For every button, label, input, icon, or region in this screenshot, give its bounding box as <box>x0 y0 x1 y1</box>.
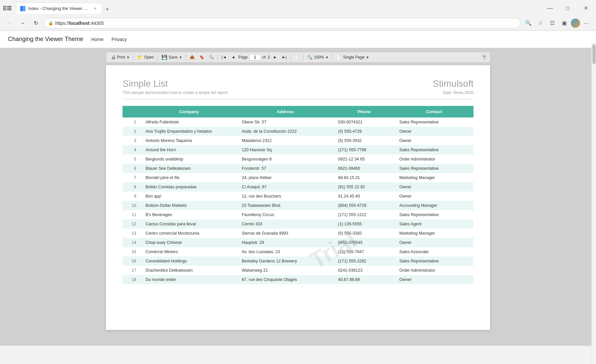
save-caret-icon: ▼ <box>179 56 182 59</box>
table-row: 6 Blauer See Delikatessen Forsterstr. 57… <box>123 164 473 173</box>
prev-page-icon: ◄ <box>231 55 235 60</box>
privacy-link[interactable]: Privacy <box>112 37 127 42</box>
col-contact: Contact <box>395 106 473 117</box>
url-text: https://localhost:44305 <box>55 21 516 26</box>
cell-num: 5 <box>123 155 141 164</box>
print-icon: 🖨 <box>111 55 116 60</box>
maximize-button[interactable]: ◻ <box>560 3 575 13</box>
table-row: 18 Du monde entier 67, rue des Cinquante… <box>123 275 473 284</box>
separator-2 <box>158 54 158 61</box>
page-size-icon: 📄 <box>294 55 299 60</box>
send-to-button[interactable]: 📤 <box>188 54 197 61</box>
cell-contact: Owner <box>395 127 473 136</box>
page-input[interactable] <box>249 54 261 61</box>
cell-num: 9 <box>123 192 141 201</box>
cell-contact: Accounting Manager <box>395 201 473 210</box>
report-brand: Stimulsoft Date: Июнь 2020 <box>433 78 473 95</box>
url-protocol: https:// <box>55 21 69 26</box>
cell-company: Antonio Moreno Taquería <box>141 136 237 145</box>
page-title: Changing the Viewer Theme <box>8 36 83 43</box>
separator-3 <box>186 54 186 61</box>
profile-avatar[interactable] <box>571 19 580 28</box>
find-icon: 🔍 <box>209 55 214 60</box>
print-button[interactable]: 🖨 Print ▼ <box>109 54 132 61</box>
sidebar-icon <box>3 6 12 10</box>
cell-contact: Sales Agent <box>395 219 473 229</box>
favorites-add-button[interactable]: ☆ <box>535 18 546 28</box>
cell-num: 13 <box>123 229 141 238</box>
separator-4 <box>218 54 218 61</box>
scrollbar-thumb[interactable] <box>592 44 596 64</box>
cell-num: 1 <box>123 117 141 127</box>
find-button[interactable]: 🔍 <box>207 54 216 61</box>
svg-rect-1 <box>23 6 25 11</box>
active-tab[interactable]: Index - Changing the Viewer The × <box>16 3 102 14</box>
first-page-button[interactable]: |◄ <box>220 54 228 61</box>
bookmark-button[interactable]: 🔖 <box>197 54 206 61</box>
save-button[interactable]: 💾 Save ▼ <box>160 54 184 61</box>
last-page-button[interactable]: ►| <box>280 54 289 61</box>
cell-phone: (91) 555 22 82 <box>333 182 395 192</box>
cell-company: Around the Horn <box>141 145 237 155</box>
cell-address: C/ Araquil, 67 <box>237 182 333 192</box>
table-row: 8 Bólido Comidas preparadas C/ Araquil, … <box>123 182 473 192</box>
separator-1 <box>133 54 134 61</box>
send-icon: 📤 <box>190 55 195 60</box>
open-button[interactable]: 📁 Open <box>135 54 156 61</box>
cell-address: Av. dos Lusíadas, 23 <box>237 247 333 256</box>
minimize-button[interactable]: — <box>542 3 558 13</box>
search-button[interactable]: 🔍 <box>523 18 534 28</box>
cell-address: Walserweg 21 <box>237 266 333 275</box>
cell-phone: (5) 555-3932 <box>333 136 395 145</box>
first-page-icon: |◄ <box>222 55 226 60</box>
cell-contact: Sales Associate <box>395 247 473 256</box>
refresh-button[interactable]: ↻ <box>30 18 41 28</box>
cell-phone: (604) 555-4729 <box>333 201 395 210</box>
table-row: 4 Around the Horn 120 Hanover Sq. (171) … <box>123 145 473 155</box>
collections-button[interactable]: ▣ <box>559 18 570 28</box>
next-page-button[interactable]: ► <box>271 54 279 61</box>
zoom-button[interactable]: 🔍 100% ▼ <box>305 54 331 61</box>
help-button[interactable]: ? <box>481 54 487 60</box>
url-port: :44305 <box>90 21 104 26</box>
cell-contact: Owner <box>395 275 473 284</box>
close-button[interactable]: ✕ <box>578 3 593 13</box>
view-mode-button[interactable]: 📄 Single Page ▼ <box>334 54 371 61</box>
open-label: Open <box>144 55 154 60</box>
forward-button[interactable]: → <box>17 18 28 28</box>
cell-phone: 0452-076545 <box>333 238 395 247</box>
prev-page-button[interactable]: ◄ <box>229 54 237 61</box>
view-mode-label: Single Page <box>343 55 365 60</box>
cell-company: Chop-suey Chinese <box>141 238 237 247</box>
tab-title: Index - Changing the Viewer The <box>28 6 90 11</box>
table-row: 14 Chop-suey Chinese Hauptstr. 29 0452-0… <box>123 238 473 247</box>
url-bar[interactable]: 🔒 https://localhost:44305 <box>44 18 521 28</box>
back-button[interactable]: ← <box>4 18 15 28</box>
tab-close-button[interactable]: × <box>92 6 98 11</box>
address-bar: ← → ↻ 🔒 https://localhost:44305 🔍 ☆ ☲ ▣ … <box>0 16 596 30</box>
table-row: 15 Comércio Mineiro Av. dos Lusíadas, 23… <box>123 247 473 256</box>
new-tab-button[interactable]: + <box>103 5 112 14</box>
cell-address: Obere Str. 57 <box>237 117 333 127</box>
cell-contact: Owner <box>395 192 473 201</box>
table-row: 13 Centro comercial Moctezuma Sierras de… <box>123 229 473 238</box>
table-row: 1 Alfreds Futterkiste Obere Str. 57 030-… <box>123 117 473 127</box>
col-company: Company <box>141 106 237 117</box>
sidebar-toggle-button[interactable] <box>3 3 12 13</box>
report-container: Simple List This sample demonstrates how… <box>106 65 490 330</box>
cell-company: Berglunds snabbköp <box>141 155 237 164</box>
cell-address: 23 Tsawwassen Blvd. <box>237 201 333 210</box>
last-page-icon: ►| <box>282 55 287 60</box>
favorites-button[interactable]: ☲ <box>547 18 558 28</box>
more-button[interactable]: ⋯ <box>581 18 592 28</box>
cell-company: Bon app' <box>141 192 237 201</box>
cell-num: 15 <box>123 247 141 256</box>
cell-num: 11 <box>123 210 141 219</box>
scrollbar-right[interactable] <box>591 43 596 364</box>
print-caret-icon: ▼ <box>126 56 130 59</box>
home-link[interactable]: Home <box>91 37 103 42</box>
report-title-section: Simple List This sample demonstrates how… <box>123 78 228 95</box>
cell-phone: (171) 555-1212 <box>333 210 395 219</box>
page-size-button[interactable]: 📄 <box>292 54 301 61</box>
page-label: Page <box>238 55 248 60</box>
